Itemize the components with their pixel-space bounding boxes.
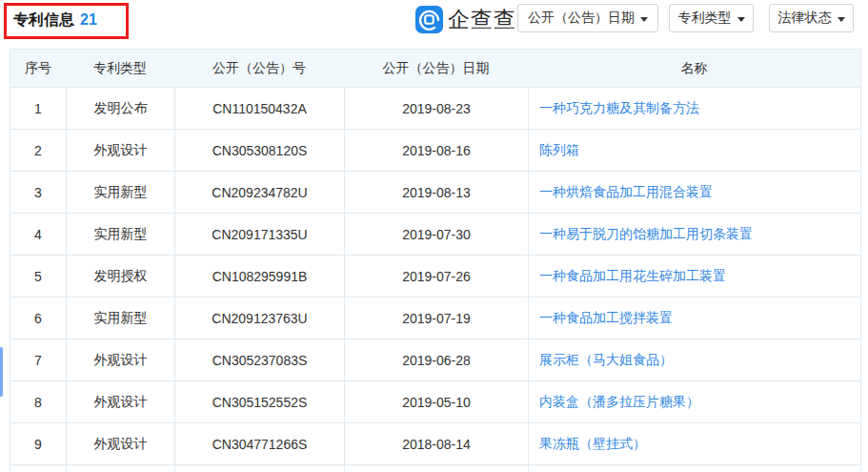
cell-publication-date: 2019-05-10 [344, 381, 528, 423]
patent-name-link[interactable]: 陈列箱 [539, 142, 579, 157]
cell-publication-number: CN209171335U [174, 214, 344, 256]
table-row: 3 实用新型 CN209234782U 2019-08-13 一种烘焙食品加工用… [10, 172, 860, 214]
cell-name: 一种食品加工搅拌装置 [528, 298, 860, 339]
column-header-patent-type: 专利类型 [66, 50, 174, 88]
cell-publication-number: CN304771266S [174, 423, 344, 465]
cell-seq: 5 [10, 256, 66, 298]
cell-name: 内装盒（潘多拉压片糖果） [528, 381, 860, 423]
filter-legal-status-label: 法律状态 [778, 10, 832, 27]
patent-name-link[interactable]: 一种易于脱刀的饴糖加工用切条装置 [539, 226, 753, 241]
filter-patent-type-dropdown[interactable]: 专利类型 [669, 4, 754, 32]
cell-patent-type: 发明授权 [66, 256, 174, 298]
table-row: 9 外观设计 CN304771266S 2018-08-14 果冻瓶（壁挂式） [10, 423, 860, 465]
column-header-seq: 序号 [10, 50, 66, 88]
cell-patent-type: 发明公布 [66, 88, 174, 130]
filter-publication-date-dropdown[interactable]: 公开（公告）日期 [517, 4, 658, 32]
cell-publication-date: 2018-08-14 [344, 423, 528, 465]
patent-count-badge: 21 [80, 11, 97, 28]
column-header-publication-date: 公开（公告）日期 [344, 50, 528, 88]
qichacha-logo-text: 企查查 [448, 5, 516, 34]
cell-publication-date: 2019-08-23 [344, 88, 528, 130]
filter-patent-type-label: 专利类型 [678, 10, 732, 27]
cell-name: 一种食品加工用花生碎加工装置 [528, 256, 860, 298]
cell-seq: 4 [10, 214, 66, 256]
table-row: 7 外观设计 CN305237083S 2019-06-28 展示柜（马大姐食品… [10, 339, 860, 381]
cell-seq: 7 [10, 339, 66, 381]
cell-name: 展示柜（马大姐食品） [528, 339, 860, 381]
cell-name: 一种易于脱刀的饴糖加工用切条装置 [528, 214, 860, 256]
patent-name-link[interactable]: 一种食品加工用花生碎加工装置 [539, 268, 726, 283]
column-header-publication-number: 公开（公告）号 [174, 50, 344, 88]
cell-publication-number: CN110150432A [174, 88, 344, 130]
cell-patent-type: 外观设计 [66, 339, 174, 381]
annotation-highlight-box: 专利信息21 [4, 3, 129, 39]
patent-table: 序号 专利类型 公开（公告）号 公开（公告）日期 名称 1 发明公布 CN110… [10, 49, 861, 472]
table-row-partial [10, 465, 860, 472]
cell-name: 陈列箱 [528, 130, 860, 172]
table-row: 1 发明公布 CN110150432A 2019-08-23 一种巧克力糖及其制… [10, 88, 860, 130]
cell-seq: 3 [10, 172, 66, 214]
cell-seq: 9 [10, 423, 66, 465]
cell-publication-date: 2019-07-26 [344, 256, 528, 298]
cell-seq: 6 [10, 298, 66, 339]
cell-publication-date: 2019-08-16 [344, 130, 528, 172]
side-widget-sliver[interactable] [0, 347, 3, 397]
cell-patent-type: 外观设计 [66, 381, 174, 423]
cell-patent-type: 实用新型 [66, 214, 174, 256]
page-title: 专利信息 [13, 11, 74, 28]
cell-patent-type: 实用新型 [66, 298, 174, 339]
cell-name: 一种巧克力糖及其制备方法 [528, 88, 860, 130]
chevron-down-icon [737, 17, 745, 22]
filter-publication-date-label: 公开（公告）日期 [528, 10, 635, 27]
qichacha-logo[interactable]: 企查查 [415, 5, 516, 34]
patent-name-link[interactable]: 一种烘焙食品加工用混合装置 [539, 184, 713, 199]
cell-publication-number: CN209234782U [174, 172, 344, 214]
cell-name: 一种烘焙食品加工用混合装置 [528, 172, 860, 214]
cell-publication-date: 2019-07-30 [344, 214, 528, 256]
table-row: 5 发明授权 CN108295991B 2019-07-26 一种食品加工用花生… [10, 256, 860, 298]
column-header-name: 名称 [528, 50, 860, 88]
cell-publication-number: CN305152552S [174, 381, 344, 423]
table-row: 8 外观设计 CN305152552S 2019-05-10 内装盒（潘多拉压片… [10, 381, 860, 423]
cell-publication-date: 2019-08-13 [344, 172, 528, 214]
table-row: 2 外观设计 CN305308120S 2019-08-16 陈列箱 [10, 130, 860, 172]
cell-publication-date: 2019-07-19 [344, 298, 528, 339]
cell-publication-number: CN209123763U [174, 298, 344, 339]
cell-publication-date: 2019-06-28 [344, 339, 528, 381]
table-row: 6 实用新型 CN209123763U 2019-07-19 一种食品加工搅拌装… [10, 298, 860, 339]
cell-publication-number: CN305308120S [174, 130, 344, 172]
cell-seq: 1 [10, 88, 66, 130]
patent-name-link[interactable]: 一种食品加工搅拌装置 [539, 310, 673, 325]
cell-patent-type: 外观设计 [66, 423, 174, 465]
table-row: 4 实用新型 CN209171335U 2019-07-30 一种易于脱刀的饴糖… [10, 214, 860, 256]
patent-name-link[interactable]: 内装盒（潘多拉压片糖果） [539, 394, 699, 409]
cell-patent-type: 实用新型 [66, 172, 174, 214]
cell-seq: 8 [10, 381, 66, 423]
chevron-down-icon [838, 17, 845, 22]
cell-name: 果冻瓶（壁挂式） [528, 423, 860, 465]
cell-publication-number: CN305237083S [174, 339, 344, 381]
table-header-row: 序号 专利类型 公开（公告）号 公开（公告）日期 名称 [10, 50, 860, 88]
patent-name-link[interactable]: 展示柜（马大姐食品） [539, 352, 673, 367]
chevron-down-icon [640, 17, 648, 22]
cell-publication-number: CN108295991B [174, 256, 344, 298]
cell-seq: 2 [10, 130, 66, 172]
qichacha-logo-icon [415, 6, 443, 33]
patent-name-link[interactable]: 果冻瓶（壁挂式） [539, 436, 646, 451]
patent-name-link[interactable]: 一种巧克力糖及其制备方法 [539, 100, 699, 115]
filter-legal-status-dropdown[interactable]: 法律状态 [769, 4, 854, 32]
cell-patent-type: 外观设计 [66, 130, 174, 172]
